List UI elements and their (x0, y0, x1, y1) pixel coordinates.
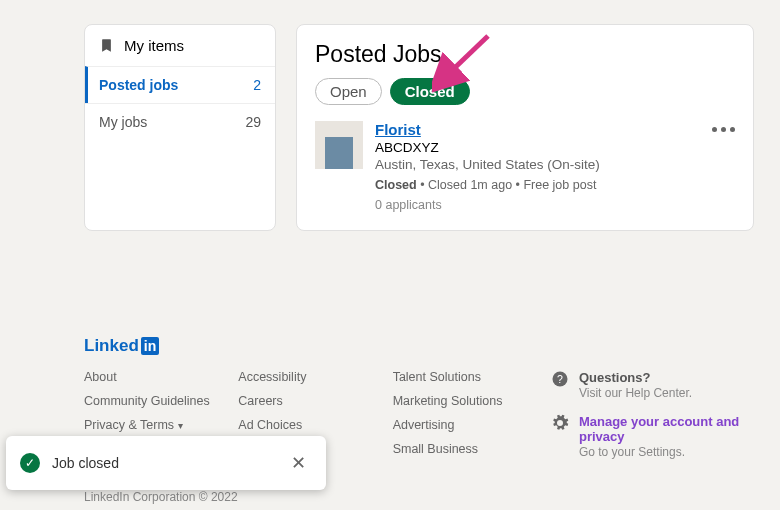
sidebar: My items Posted jobs 2 My jobs 29 (84, 24, 276, 231)
job-location: Austin, Texas, United States (On-site) (375, 157, 735, 172)
footer-link-small-business[interactable]: Small Business (393, 442, 547, 456)
main-panel: Posted Jobs Open Closed Florist ABCDXYZ … (296, 24, 754, 231)
job-title-link[interactable]: Florist (375, 121, 421, 138)
job-meta: Closed • Closed 1m ago • Free job post (375, 178, 735, 192)
pill-open[interactable]: Open (315, 78, 382, 105)
footer-link-community-guidelines[interactable]: Community Guidelines (84, 394, 238, 408)
manage-title: Manage your account and privacy (579, 414, 780, 444)
job-more-button[interactable] (712, 127, 735, 132)
footer-link-ad-choices[interactable]: Ad Choices (238, 418, 392, 432)
toast-text: Job closed (52, 455, 285, 471)
sidebar-item-my-jobs[interactable]: My jobs 29 (85, 103, 275, 140)
status-filter: Open Closed (315, 78, 735, 105)
footer-col-3: Talent Solutions Marketing Solutions Adv… (393, 370, 547, 480)
job-thumbnail (315, 121, 363, 169)
sidebar-item-posted-jobs[interactable]: Posted jobs 2 (85, 66, 275, 103)
bookmark-icon (99, 38, 114, 53)
page-title: Posted Jobs (315, 41, 735, 68)
footer-link-careers[interactable]: Careers (238, 394, 392, 408)
logo-text-right: in (141, 337, 159, 355)
sidebar-item-count: 2 (253, 77, 261, 93)
svg-text:?: ? (557, 373, 563, 385)
linkedin-logo[interactable]: Linkedin (84, 336, 780, 356)
footer-manage[interactable]: Manage your account and privacy Go to yo… (551, 414, 780, 459)
job-company: ABCDXYZ (375, 140, 735, 155)
questions-title: Questions? (579, 370, 692, 385)
toast-close-button[interactable]: ✕ (285, 450, 312, 476)
questions-sub: Visit our Help Center. (579, 386, 692, 400)
job-applicants: 0 applicants (375, 198, 735, 212)
footer-link-accessibility[interactable]: Accessibility (238, 370, 392, 384)
sidebar-item-label: Posted jobs (99, 77, 178, 93)
pill-closed[interactable]: Closed (390, 78, 470, 105)
job-thumbnail-placeholder (325, 137, 353, 169)
footer-link-marketing-solutions[interactable]: Marketing Solutions (393, 394, 547, 408)
footer-questions[interactable]: ? Questions? Visit our Help Center. (551, 370, 780, 400)
footer-link-privacy-terms[interactable]: Privacy & Terms▾ (84, 418, 238, 432)
sidebar-item-label: My jobs (99, 114, 147, 130)
job-row: Florist ABCDXYZ Austin, Texas, United St… (315, 121, 735, 172)
question-circle-icon: ? (551, 370, 569, 388)
my-items-header: My items (85, 25, 275, 66)
footer-link-talent-solutions[interactable]: Talent Solutions (393, 370, 547, 384)
manage-sub: Go to your Settings. (579, 445, 780, 459)
copyright: LinkedIn Corporation © 2022 (84, 490, 780, 504)
check-circle-icon: ✓ (20, 453, 40, 473)
footer-link-about[interactable]: About (84, 370, 238, 384)
job-status: Closed (375, 178, 417, 192)
my-items-title: My items (124, 37, 184, 54)
job-meta-rest: • Closed 1m ago • Free job post (417, 178, 597, 192)
gear-icon (551, 414, 569, 432)
toast-job-closed: ✓ Job closed ✕ (6, 436, 326, 490)
chevron-down-icon: ▾ (178, 420, 183, 431)
footer-right: ? Questions? Visit our Help Center. Mana… (551, 370, 780, 480)
logo-text-left: Linked (84, 336, 139, 356)
sidebar-item-count: 29 (245, 114, 261, 130)
footer-link-advertising[interactable]: Advertising (393, 418, 547, 432)
